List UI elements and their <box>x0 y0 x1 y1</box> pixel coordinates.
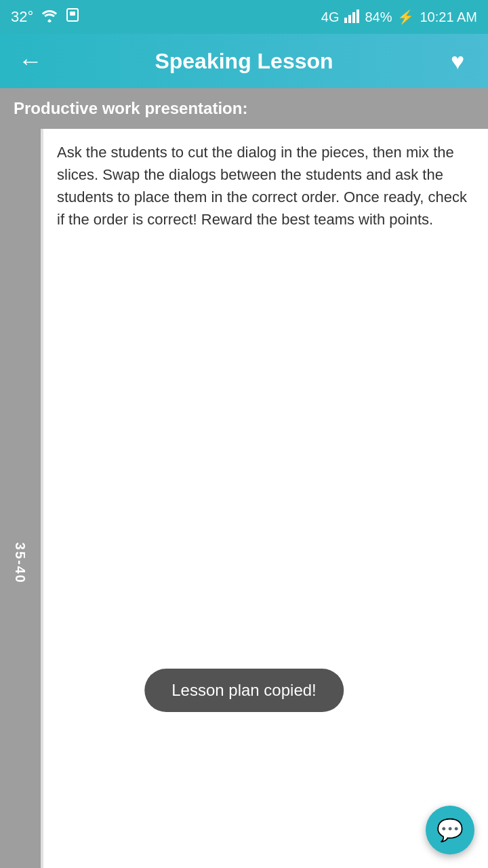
status-right: 4G 84% ⚡ 10:21 AM <box>321 8 477 26</box>
favorite-button[interactable]: ♥ <box>441 48 474 75</box>
content-area: Productive work presentation: 35-40 Ask … <box>0 88 488 868</box>
chat-icon: 💬 <box>436 817 464 843</box>
app-header: ← Speaking Lesson ♥ <box>0 34 488 88</box>
signal-icon <box>344 8 359 26</box>
status-left: 32° <box>11 7 79 26</box>
time-label-35-40: 35-40 <box>0 129 41 868</box>
network-label: 4G <box>321 9 340 25</box>
chat-fab-button[interactable]: 💬 <box>426 806 474 854</box>
svg-rect-1 <box>70 12 75 16</box>
status-bar: 32° 4G 84% ⚡ 10:21 AM <box>0 0 488 34</box>
temperature: 32° <box>11 8 33 26</box>
wifi-icon <box>40 7 59 26</box>
svg-rect-4 <box>352 12 355 23</box>
back-button[interactable]: ← <box>14 47 47 75</box>
svg-rect-2 <box>344 18 347 23</box>
time-label: 10:21 AM <box>420 9 477 25</box>
svg-rect-3 <box>348 15 351 23</box>
page-title: Speaking Lesson <box>47 49 441 74</box>
section-body-productive: Ask the students to cut the dialog in th… <box>41 129 488 868</box>
section-row-35-40: 35-40 Ask the students to cut the dialog… <box>0 129 488 868</box>
battery-label: 84% <box>365 9 392 25</box>
battery-icon: ⚡ <box>397 9 414 25</box>
section-text-productive: Ask the students to cut the dialog in th… <box>57 141 474 231</box>
section-productive-work: Productive work presentation: 35-40 Ask … <box>0 88 488 868</box>
section-header-productive: Productive work presentation: <box>0 88 488 129</box>
sim-icon <box>66 7 79 26</box>
toast-message: Lesson plan copied! <box>144 669 344 712</box>
svg-rect-5 <box>357 9 359 23</box>
